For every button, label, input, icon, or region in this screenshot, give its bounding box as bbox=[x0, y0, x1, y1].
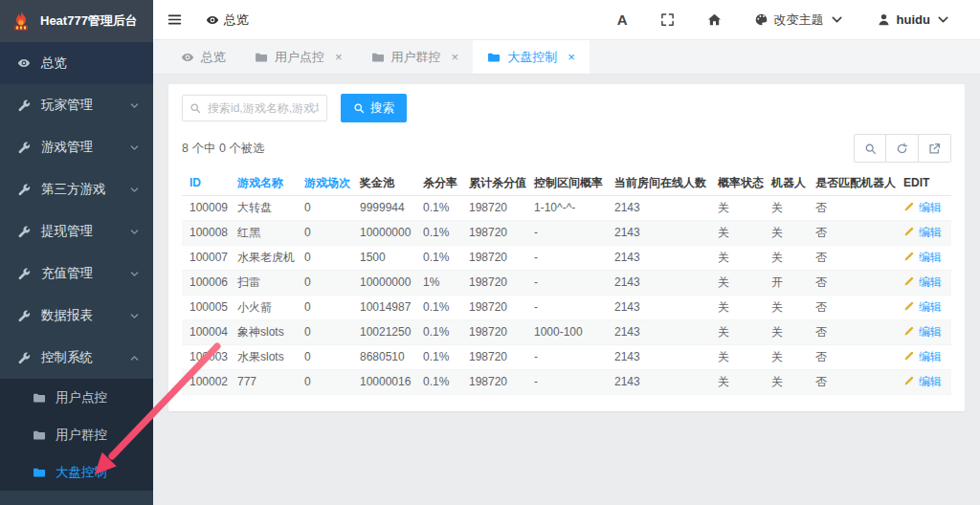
cell: 2143 bbox=[607, 320, 710, 345]
table-search-button[interactable] bbox=[854, 134, 886, 163]
eye-icon bbox=[17, 56, 31, 70]
close-icon[interactable]: × bbox=[335, 50, 343, 64]
topbar-right: A 改变主题 huidu bbox=[601, 11, 967, 29]
breadcrumb[interactable]: 总览 bbox=[206, 11, 249, 29]
edit-link[interactable]: 编辑 bbox=[919, 226, 942, 239]
cell: 0 bbox=[297, 320, 352, 345]
column-header[interactable]: 游戏名称 bbox=[230, 170, 297, 196]
wrench-icon bbox=[17, 225, 31, 238]
cell: 198720 bbox=[461, 221, 526, 246]
cell: 198720 bbox=[461, 320, 526, 345]
cell: 100005 bbox=[182, 296, 230, 320]
tab-dashboard-control[interactable]: 大盘控制× bbox=[473, 40, 590, 74]
close-icon[interactable]: × bbox=[452, 50, 459, 64]
tab-label: 用户点控 bbox=[275, 49, 324, 66]
search-icon bbox=[353, 102, 365, 114]
chevron-down-icon bbox=[129, 227, 140, 237]
cell: 否 bbox=[808, 345, 896, 370]
edit-link[interactable]: 编辑 bbox=[919, 201, 942, 214]
sidebar-item-player-management[interactable]: 玩家管理 bbox=[0, 84, 153, 126]
folder-icon bbox=[33, 428, 46, 442]
edit-cell: 编辑 bbox=[896, 246, 951, 271]
wrench-icon bbox=[17, 267, 31, 280]
user-dropdown[interactable]: huidu bbox=[860, 12, 967, 27]
close-icon[interactable]: × bbox=[568, 50, 575, 64]
chevron-down-icon bbox=[830, 12, 844, 27]
sidebar-item-recharge-management[interactable]: 充值管理 bbox=[0, 252, 153, 295]
tab-user-point-control[interactable]: 用户点控× bbox=[240, 40, 357, 74]
font-size-button[interactable]: A bbox=[601, 11, 644, 28]
edit-cell: 编辑 bbox=[896, 221, 951, 246]
table-row: 100008红黑0100000000.1%198720-2143关关否编辑 bbox=[182, 221, 951, 246]
cell: 2143 bbox=[607, 221, 710, 246]
sidebar-item-user-group-control[interactable]: 用户群控 bbox=[0, 416, 153, 453]
chevron-down-icon bbox=[129, 185, 140, 195]
edit-cell: 编辑 bbox=[896, 370, 951, 395]
pencil-icon bbox=[903, 325, 915, 337]
edit-link[interactable]: 编辑 bbox=[919, 275, 942, 289]
edit-link[interactable]: 编辑 bbox=[919, 350, 942, 363]
cell: 1-10^-^- bbox=[526, 196, 607, 221]
sidebar-item-overview[interactable]: 总览 bbox=[0, 42, 153, 84]
fullscreen-icon bbox=[660, 12, 675, 27]
breadcrumb-label: 总览 bbox=[224, 11, 249, 29]
cell: 否 bbox=[808, 296, 896, 320]
cell: 100007 bbox=[182, 246, 230, 271]
refresh-icon bbox=[896, 143, 908, 155]
edit-link[interactable]: 编辑 bbox=[919, 375, 942, 388]
sidebar-item-withdrawal-management[interactable]: 提现管理 bbox=[0, 210, 153, 252]
font-a-icon: A bbox=[617, 11, 628, 28]
tab-user-group-control[interactable]: 用户群控× bbox=[357, 40, 474, 74]
column-header[interactable]: 游戏场次 bbox=[297, 170, 352, 196]
edit-link[interactable]: 编辑 bbox=[919, 251, 942, 264]
sidebar-item-game-management[interactable]: 游戏管理 bbox=[0, 126, 153, 168]
cell: 水果老虎机 bbox=[230, 246, 297, 271]
search-input[interactable] bbox=[182, 95, 327, 121]
eye-icon bbox=[206, 13, 219, 27]
cell: - bbox=[526, 370, 607, 395]
cell: 0 bbox=[297, 370, 352, 395]
cell: 0.1% bbox=[415, 320, 461, 345]
edit-cell: 编辑 bbox=[896, 196, 951, 221]
chevron-up-icon bbox=[129, 353, 140, 363]
sidebar-item-dashboard-control[interactable]: 大盘控制 bbox=[0, 453, 153, 491]
fullscreen-button[interactable] bbox=[644, 12, 691, 27]
hamburger-menu-icon[interactable] bbox=[167, 11, 183, 28]
cell: 2143 bbox=[607, 271, 710, 296]
cell: 2143 bbox=[607, 345, 710, 370]
table-row: 100006扫雷0100000001%198720-2143关开否编辑 bbox=[182, 271, 951, 296]
tab-label: 用户群控 bbox=[391, 49, 441, 66]
column-header[interactable]: ID bbox=[182, 170, 230, 196]
theme-label: 改变主题 bbox=[774, 11, 824, 29]
column-header: 概率状态 bbox=[710, 170, 764, 196]
cell: 0 bbox=[297, 196, 352, 221]
sidebar-item-third-party-games[interactable]: 第三方游戏 bbox=[0, 168, 153, 210]
cell: 关 bbox=[710, 320, 764, 345]
cell: 关 bbox=[764, 296, 808, 320]
sidebar: Heat777管理后台 总览玩家管理游戏管理第三方游戏提现管理充值管理数据报表控… bbox=[0, 0, 153, 505]
table-refresh-button[interactable] bbox=[886, 134, 919, 163]
edit-link[interactable]: 编辑 bbox=[919, 325, 942, 339]
cell: 9999944 bbox=[352, 196, 415, 221]
sidebar-item-data-reports[interactable]: 数据报表 bbox=[0, 295, 153, 337]
search-button[interactable]: 搜索 bbox=[341, 94, 407, 122]
edit-cell: 编辑 bbox=[896, 345, 951, 370]
home-button[interactable] bbox=[691, 12, 738, 27]
logo-bar: Heat777管理后台 bbox=[0, 0, 153, 42]
wrench-icon bbox=[17, 99, 31, 112]
pencil-icon bbox=[903, 300, 915, 312]
pencil-icon bbox=[903, 201, 915, 212]
tab-bar: 总览用户点控×用户群控×大盘控制× bbox=[153, 40, 980, 75]
sidebar-item-user-point-control[interactable]: 用户点控 bbox=[0, 379, 153, 416]
wrench-icon bbox=[17, 309, 31, 322]
tab-overview[interactable]: 总览 bbox=[167, 40, 240, 74]
cell: 2143 bbox=[607, 196, 710, 221]
theme-dropdown[interactable]: 改变主题 bbox=[738, 11, 860, 29]
table-export-button[interactable] bbox=[919, 134, 951, 163]
edit-link[interactable]: 编辑 bbox=[919, 300, 942, 314]
sidebar-submenu: 用户点控用户群控大盘控制 bbox=[0, 379, 153, 491]
folder-icon bbox=[371, 51, 385, 64]
sidebar-item-control-system[interactable]: 控制系统 bbox=[0, 337, 153, 379]
column-header: EDIT bbox=[896, 170, 951, 196]
cell: 198720 bbox=[461, 246, 526, 271]
